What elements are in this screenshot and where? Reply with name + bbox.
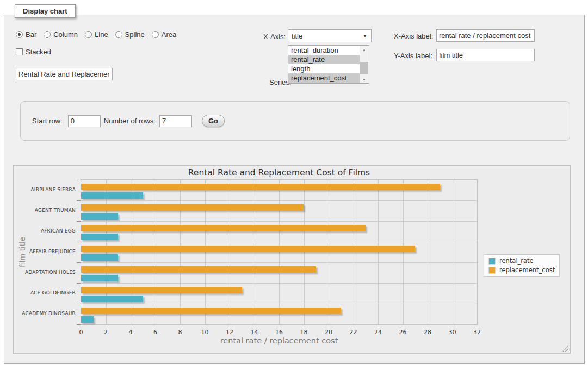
- x-axis-selected-value: title: [292, 32, 302, 40]
- gridline-vertical: [453, 180, 453, 324]
- x-tick-label: 6: [147, 329, 164, 336]
- gridline-vertical: [230, 180, 230, 324]
- y-tickmark: [77, 221, 81, 222]
- stacked-label: Stacked: [26, 48, 51, 56]
- radio-bar-label: Bar: [26, 30, 36, 39]
- x-axis-select-label: X-Axis:: [263, 33, 286, 41]
- legend-swatch-icon: [488, 258, 496, 265]
- x-axis-label-text: X-Axis label:: [394, 32, 433, 40]
- bar-rental-rate[interactable]: [81, 275, 118, 281]
- gridline-horizontal: [81, 242, 477, 242]
- stacked-row: Stacked: [16, 48, 51, 56]
- page: Display chart Bar Column Line Spline Are…: [0, 0, 588, 370]
- chart-title: Rental Rate and Replacement Cost of Film…: [81, 168, 477, 178]
- chevron-down-icon: ▼: [363, 34, 367, 39]
- gridline-vertical: [428, 180, 428, 324]
- radio-spline-label: Spline: [125, 30, 145, 39]
- bar-replacement-cost[interactable]: [81, 308, 341, 314]
- gridline-vertical: [255, 180, 255, 324]
- num-rows-input[interactable]: [159, 115, 192, 127]
- stacked-checkbox[interactable]: Stacked: [16, 48, 51, 56]
- bar-rental-rate[interactable]: [81, 192, 143, 199]
- x-axis-select[interactable]: title ▼: [288, 29, 372, 42]
- x-axis-label-input[interactable]: [436, 29, 535, 42]
- bar-replacement-cost[interactable]: [81, 225, 366, 231]
- x-tick-label: 18: [296, 329, 312, 336]
- gridline-vertical: [279, 180, 280, 324]
- y-axis-label-input[interactable]: [436, 49, 535, 61]
- series-listbox[interactable]: rental_durationrental_ratelengthreplacem…: [288, 45, 369, 84]
- gridline-vertical: [156, 180, 156, 324]
- row-range-box: Start row: Number of rows: Go: [20, 101, 570, 141]
- radio-area[interactable]: Area: [152, 30, 176, 39]
- x-tick-label: 2: [98, 329, 114, 336]
- chart-type-radio-group: Bar Column Line Spline Area: [16, 30, 176, 39]
- x-tick-label: 12: [221, 329, 238, 336]
- legend-item: rental_rate: [488, 257, 555, 265]
- y-tickmark: [77, 242, 81, 242]
- bar-replacement-cost[interactable]: [81, 184, 440, 190]
- bar-replacement-cost[interactable]: [81, 204, 304, 211]
- legend-swatch-icon: [488, 267, 496, 274]
- radio-icon: [115, 31, 122, 38]
- y-tickmark: [77, 180, 81, 180]
- gridline-horizontal: [81, 200, 477, 201]
- series-option[interactable]: length: [288, 64, 369, 73]
- x-tick-label: 26: [395, 329, 411, 336]
- legend-label: replacement_cost: [499, 266, 555, 274]
- radio-line[interactable]: Line: [85, 30, 108, 39]
- bar-replacement-cost[interactable]: [81, 266, 316, 273]
- bar-replacement-cost[interactable]: [81, 287, 242, 293]
- go-button[interactable]: Go: [202, 115, 225, 127]
- bar-rental-rate[interactable]: [81, 213, 118, 220]
- gridline-horizontal: [81, 304, 477, 304]
- y-axis-title: film title: [18, 220, 27, 285]
- category-label: AGENT TRUMAN: [14, 208, 76, 213]
- gridline-vertical: [205, 180, 206, 324]
- radio-icon: [152, 31, 159, 38]
- gridline-horizontal: [81, 221, 477, 222]
- scroll-down-icon[interactable]: ▼: [360, 76, 369, 83]
- gridline-horizontal: [81, 262, 477, 263]
- x-tick-label: 20: [320, 329, 337, 336]
- bar-replacement-cost[interactable]: [81, 246, 415, 252]
- series-option[interactable]: rental_rate: [288, 55, 369, 64]
- bar-rental-rate[interactable]: [81, 316, 94, 323]
- scroll-up-icon[interactable]: ▲: [360, 46, 369, 53]
- start-row-label: Start row:: [32, 117, 63, 125]
- radio-area-label: Area: [162, 30, 176, 39]
- bar-rental-rate[interactable]: [81, 234, 118, 240]
- x-tick-label: 14: [246, 329, 263, 336]
- bar-rental-rate[interactable]: [81, 296, 143, 302]
- checkbox-icon: [16, 48, 23, 55]
- gridline-vertical: [106, 180, 107, 324]
- gridline-vertical: [403, 180, 404, 324]
- series-option[interactable]: replacement_cost: [288, 73, 369, 83]
- gridline-vertical: [304, 180, 305, 324]
- chart-title-input[interactable]: [16, 68, 113, 80]
- category-label: ACE GOLDFINGER: [14, 290, 76, 296]
- start-row-input[interactable]: [68, 115, 101, 127]
- x-tick-label: 10: [197, 329, 213, 336]
- gridline-vertical: [131, 180, 131, 324]
- radio-bar[interactable]: Bar: [16, 30, 36, 39]
- gridline-vertical: [354, 180, 354, 324]
- radio-spline[interactable]: Spline: [115, 30, 145, 39]
- x-tick-label: 8: [172, 329, 188, 336]
- x-tick-label: 16: [271, 329, 287, 336]
- y-tickmark: [77, 283, 81, 284]
- radio-column[interactable]: Column: [44, 30, 78, 39]
- bar-rental-rate[interactable]: [81, 254, 118, 261]
- series-scrollbar[interactable]: ▲ ▼: [360, 46, 369, 83]
- y-axis-label-text: Y-Axis label:: [394, 52, 432, 60]
- radio-checked-icon: [16, 31, 23, 38]
- y-tickmark: [77, 262, 81, 263]
- x-tick-label: 32: [469, 329, 485, 336]
- x-tick-label: 4: [122, 329, 139, 336]
- series-option[interactable]: rental_duration: [288, 46, 369, 55]
- num-rows-label: Number of rows:: [104, 117, 156, 125]
- gridline-vertical: [378, 180, 379, 324]
- x-tick-label: 0: [73, 329, 89, 336]
- scrollbar-thumb[interactable]: [360, 62, 368, 74]
- x-tick-label: 24: [370, 329, 386, 336]
